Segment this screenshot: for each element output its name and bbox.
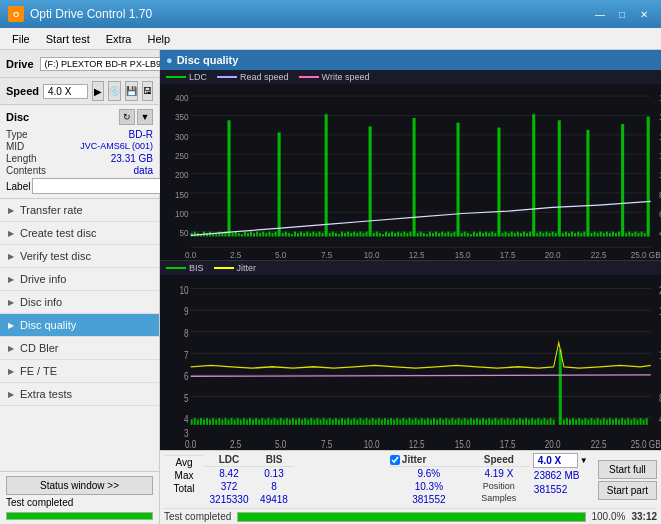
close-button[interactable]: ✕ bbox=[635, 6, 653, 22]
menu-help[interactable]: Help bbox=[139, 31, 178, 47]
svg-text:250: 250 bbox=[175, 150, 189, 161]
nav-arrow-icon: ▶ bbox=[8, 275, 14, 284]
disc-contents-label: Contents bbox=[6, 165, 46, 176]
svg-rect-141 bbox=[517, 232, 519, 237]
speed-select-box[interactable]: 4.0 X bbox=[533, 453, 578, 468]
svg-rect-67 bbox=[285, 232, 287, 237]
svg-rect-333 bbox=[553, 419, 555, 424]
nav-transfer-rate[interactable]: ▶ Transfer rate bbox=[0, 199, 159, 222]
nav-label: Transfer rate bbox=[20, 204, 83, 216]
svg-rect-249 bbox=[295, 419, 297, 424]
svg-rect-95 bbox=[373, 233, 375, 237]
svg-rect-169 bbox=[606, 232, 608, 237]
disc-menu-icon[interactable]: ▼ bbox=[137, 109, 153, 125]
svg-rect-175 bbox=[625, 233, 627, 237]
nav-cd-bler[interactable]: ▶ CD Bler bbox=[0, 337, 159, 360]
nav-verify-test-disc[interactable]: ▶ Verify test disc bbox=[0, 245, 159, 268]
speed-go-button[interactable]: ▶ bbox=[92, 81, 103, 101]
svg-rect-242 bbox=[273, 418, 275, 425]
nav-disc-info[interactable]: ▶ Disc info bbox=[0, 291, 159, 314]
speed-dropdown-icon[interactable]: ▼ bbox=[580, 456, 588, 465]
svg-rect-283 bbox=[399, 419, 401, 424]
menu-file[interactable]: File bbox=[4, 31, 38, 47]
svg-rect-63 bbox=[271, 233, 273, 237]
svg-rect-166 bbox=[597, 233, 599, 237]
svg-rect-359 bbox=[636, 419, 638, 424]
menu-start-test[interactable]: Start test bbox=[38, 31, 98, 47]
svg-rect-335 bbox=[563, 419, 565, 424]
svg-rect-70 bbox=[294, 232, 296, 237]
maximize-button[interactable]: □ bbox=[613, 6, 631, 22]
svg-rect-118 bbox=[444, 233, 446, 237]
jitter-checkbox[interactable] bbox=[390, 455, 400, 465]
nav-drive-info[interactable]: ▶ Drive info bbox=[0, 268, 159, 291]
speed-select[interactable]: 4.0 X bbox=[43, 84, 88, 99]
svg-rect-291 bbox=[424, 419, 426, 424]
svg-rect-352 bbox=[615, 418, 617, 425]
svg-rect-114 bbox=[432, 233, 434, 237]
svg-rect-290 bbox=[421, 418, 423, 425]
jitter-label: Jitter bbox=[402, 454, 426, 465]
nav-label: Extra tests bbox=[20, 388, 72, 400]
svg-rect-93 bbox=[366, 232, 368, 237]
svg-rect-129 bbox=[479, 232, 481, 237]
menu-extra[interactable]: Extra bbox=[98, 31, 140, 47]
svg-rect-351 bbox=[612, 419, 614, 424]
svg-rect-311 bbox=[485, 419, 487, 424]
svg-rect-300 bbox=[451, 418, 453, 425]
svg-rect-96 bbox=[376, 232, 378, 237]
disc-header: Disc ↻ ▼ bbox=[6, 109, 153, 125]
svg-rect-77 bbox=[315, 233, 317, 237]
svg-rect-148 bbox=[539, 232, 541, 237]
svg-rect-91 bbox=[359, 232, 361, 237]
svg-rect-117 bbox=[441, 232, 443, 237]
stats-col-jitter: Jitter 9.6% 10.3% 381552 bbox=[389, 453, 469, 506]
drive-label: Drive bbox=[6, 58, 34, 70]
svg-rect-326 bbox=[531, 418, 533, 425]
disc-button2[interactable]: 💾 bbox=[125, 81, 138, 101]
disc-length-row: Length 23.31 GB bbox=[6, 153, 153, 164]
disc-mid-row: MID JVC-AMS6L (001) bbox=[6, 141, 153, 152]
svg-text:7.5: 7.5 bbox=[321, 250, 332, 260]
disc-refresh-icon[interactable]: ↻ bbox=[119, 109, 135, 125]
status-area: Status window >> Test completed bbox=[0, 471, 159, 524]
svg-rect-257 bbox=[320, 419, 322, 424]
stat-position-val: 23862 MB bbox=[533, 469, 594, 482]
start-full-button[interactable]: Start full bbox=[598, 460, 657, 479]
svg-rect-125 bbox=[467, 233, 469, 237]
svg-rect-47 bbox=[221, 233, 223, 237]
svg-rect-236 bbox=[255, 418, 257, 425]
svg-rect-285 bbox=[405, 419, 407, 424]
svg-rect-38 bbox=[194, 232, 196, 237]
minimize-button[interactable]: — bbox=[591, 6, 609, 22]
start-part-button[interactable]: Start part bbox=[598, 481, 657, 500]
disc-length-label: Length bbox=[6, 153, 37, 164]
svg-rect-337 bbox=[569, 419, 571, 424]
chart-header: ● Disc quality bbox=[160, 50, 661, 70]
save-button[interactable]: 🖫 bbox=[142, 81, 153, 101]
nav-create-test-disc[interactable]: ▶ Create test disc bbox=[0, 222, 159, 245]
svg-rect-275 bbox=[375, 419, 377, 424]
svg-rect-321 bbox=[516, 419, 518, 424]
svg-rect-132 bbox=[488, 233, 490, 237]
disc-label-input[interactable] bbox=[32, 178, 165, 194]
svg-rect-180 bbox=[641, 232, 643, 237]
status-window-button[interactable]: Status window >> bbox=[6, 476, 153, 495]
svg-text:2.5: 2.5 bbox=[230, 250, 241, 260]
disc-button1[interactable]: 💿 bbox=[108, 81, 121, 101]
nav-disc-quality[interactable]: ▶ Disc quality bbox=[0, 314, 159, 337]
svg-rect-144 bbox=[526, 233, 528, 237]
svg-rect-69 bbox=[291, 234, 293, 236]
svg-rect-248 bbox=[292, 418, 294, 425]
svg-rect-162 bbox=[583, 232, 585, 237]
svg-rect-279 bbox=[387, 419, 389, 424]
svg-rect-75 bbox=[309, 233, 311, 237]
nav-label: Create test disc bbox=[20, 227, 96, 239]
legend-ldc: LDC bbox=[166, 72, 207, 82]
bottom-progress-fill bbox=[238, 513, 584, 521]
nav-extra-tests[interactable]: ▶ Extra tests bbox=[0, 383, 159, 406]
bottom-chart-container: 10 9 8 7 6 5 4 3 20% 16% 12% 8% 4% bbox=[160, 275, 661, 451]
svg-rect-355 bbox=[624, 419, 626, 424]
nav-fe-te[interactable]: ▶ FE / TE bbox=[0, 360, 159, 383]
svg-rect-153 bbox=[555, 233, 557, 237]
